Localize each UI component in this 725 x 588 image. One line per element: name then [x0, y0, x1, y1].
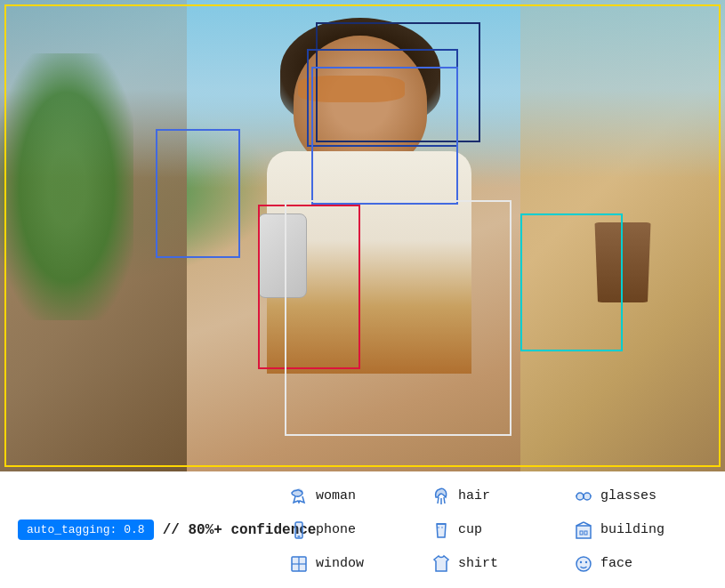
window-icon	[289, 554, 309, 574]
face-icon	[574, 554, 593, 574]
tag-hair: hair	[431, 480, 565, 512]
glasses-icon	[574, 487, 593, 506]
woman-icon	[289, 487, 309, 506]
tag-glasses: glasses	[574, 480, 707, 512]
app-container: auto_tagging: 0.8 // 80%+ confidence wom…	[0, 0, 725, 588]
confidence-section: auto_tagging: 0.8 // 80%+ confidence	[18, 520, 271, 540]
shirt-icon	[431, 554, 451, 574]
building-label: building	[600, 522, 665, 537]
cup-label: cup	[458, 522, 482, 537]
building-icon	[574, 520, 593, 540]
tag-phone: phone	[289, 514, 423, 546]
woman-label: woman	[316, 488, 356, 503]
tag-building: building	[574, 514, 707, 546]
face-label: face	[600, 556, 632, 571]
bbox-cyan-cup	[520, 213, 623, 351]
svg-point-18	[576, 557, 591, 571]
svg-point-4	[584, 493, 591, 500]
bbox-blue-window	[156, 129, 240, 258]
shirt-label: shirt	[458, 556, 498, 571]
window-label: window	[316, 556, 364, 571]
tags-grid: woman hair	[289, 480, 707, 580]
auto-tagging-badge: auto_tagging: 0.8	[18, 520, 154, 540]
hair-label: hair	[458, 488, 490, 503]
svg-point-19	[580, 560, 582, 562]
bottom-panel: auto_tagging: 0.8 // 80%+ confidence wom…	[0, 471, 725, 588]
bbox-blue-hair	[311, 67, 458, 205]
tag-cup: cup	[431, 514, 565, 546]
image-area	[0, 0, 725, 471]
svg-point-20	[585, 560, 587, 562]
glasses-label: glasses	[600, 488, 657, 503]
hair-icon	[431, 487, 451, 506]
phone-icon	[289, 520, 309, 540]
svg-line-2	[444, 497, 445, 503]
svg-point-3	[576, 493, 584, 500]
bbox-white-body	[285, 200, 512, 436]
cup-icon	[431, 520, 451, 540]
tag-face: face	[574, 548, 707, 580]
svg-line-0	[438, 497, 439, 503]
tag-window: window	[289, 548, 423, 580]
tag-woman: woman	[289, 480, 423, 512]
phone-label: phone	[316, 522, 356, 537]
tag-shirt: shirt	[431, 548, 565, 580]
svg-rect-10	[576, 526, 591, 538]
